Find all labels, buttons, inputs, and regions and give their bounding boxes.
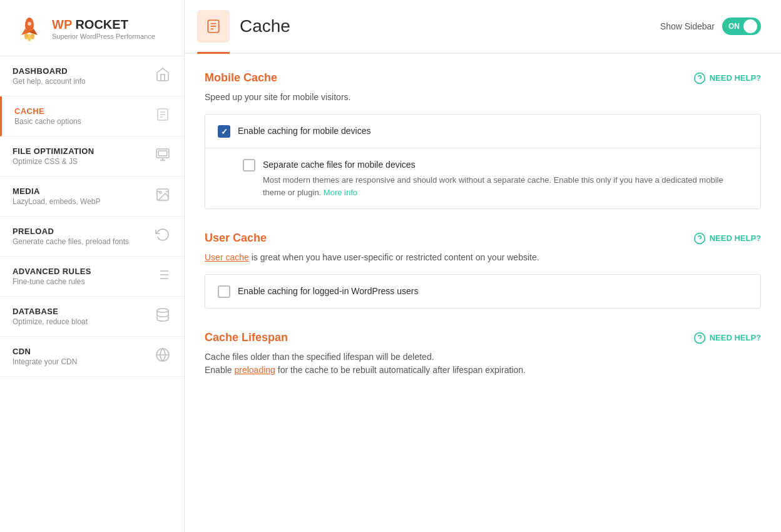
wp-rocket-logo-icon <box>13 11 47 46</box>
page-header-right: Show Sidebar ON <box>660 18 761 45</box>
user-cache-header: User Cache NEED HELP? <box>205 232 761 245</box>
svg-point-4 <box>28 22 31 26</box>
cache-lifespan-description: Cache files older than the specified lif… <box>205 350 761 377</box>
nav-item-file-optimization[interactable]: FILE OPTIMIZATION Optimize CSS & JS <box>0 136 184 176</box>
mobile-cache-title: Mobile Cache <box>205 71 277 84</box>
svg-rect-13 <box>158 151 167 156</box>
main-content: Cache Show Sidebar ON Mobile Cache <box>185 0 781 532</box>
logo-container: WP ROCKET Superior WordPress Performance <box>13 11 171 46</box>
mobile-cache-header: Mobile Cache NEED HELP? <box>205 71 761 84</box>
file-optimization-icon <box>154 147 171 165</box>
nav-item-advanced-rules[interactable]: ADVANCED RULES Fine-tune cache rules <box>0 257 184 297</box>
advanced-rules-icon <box>154 267 171 285</box>
logo-title: WP ROCKET <box>52 18 155 31</box>
mobile-cache-help-label: NEED HELP? <box>710 73 761 83</box>
show-sidebar-label: Show Sidebar <box>660 21 715 31</box>
enable-mobile-cache-checkbox[interactable] <box>218 125 230 138</box>
sidebar: WP ROCKET Superior WordPress Performance… <box>0 0 185 532</box>
cache-lifespan-section: Cache Lifespan NEED HELP? Cache files ol… <box>205 331 761 377</box>
logo-rocket: ROCKET <box>75 18 128 31</box>
active-tab-indicator <box>197 52 230 54</box>
logo-subtitle: Superior WordPress Performance <box>52 33 155 40</box>
user-cache-description: User cache is great when you have user-s… <box>205 251 761 264</box>
cache-lifespan-desc-line2: Enable preloading for the cache to be re… <box>205 364 761 377</box>
separate-mobile-cache-desc: Most modern themes are responsive and sh… <box>263 174 748 198</box>
more-info-link[interactable]: More info <box>324 188 357 197</box>
user-cache-title: User Cache <box>205 232 267 245</box>
user-cache-need-help[interactable]: NEED HELP? <box>693 232 761 245</box>
nav-item-media[interactable]: MEDIA LazyLoad, embeds, WebP <box>0 176 184 217</box>
database-icon <box>154 307 171 325</box>
preload-icon <box>154 227 171 245</box>
help-circle-icon <box>693 72 706 84</box>
help-circle-icon-3 <box>693 332 706 344</box>
mobile-cache-section: Mobile Cache NEED HELP? Speed up your si… <box>205 71 761 209</box>
toggle-label: ON <box>728 22 740 31</box>
nav-item-dashboard[interactable]: DASHBOARD Get help, account info <box>0 56 184 96</box>
nav-item-preload[interactable]: PRELOAD Generate cache files, preload fo… <box>0 217 184 257</box>
enable-logged-in-cache-label: Enable caching for logged-in WordPress u… <box>238 285 748 298</box>
mobile-cache-description: Speed up your site for mobile visitors. <box>205 91 761 104</box>
user-cache-section: User Cache NEED HELP? User cache is grea… <box>205 232 761 309</box>
separate-mobile-cache-row: Separate cache files for mobile devices … <box>205 148 760 208</box>
cache-lifespan-need-help[interactable]: NEED HELP? <box>693 332 761 344</box>
enable-logged-in-cache-checkbox[interactable] <box>218 285 230 298</box>
content-area: Mobile Cache NEED HELP? Speed up your si… <box>185 54 781 417</box>
cache-lifespan-title: Cache Lifespan <box>205 331 288 344</box>
nav-item-database[interactable]: DATABASE Optimize, reduce bloat <box>0 297 184 337</box>
show-sidebar-toggle[interactable]: ON <box>722 18 761 35</box>
cache-lifespan-help-label: NEED HELP? <box>710 333 761 342</box>
svg-point-24 <box>157 309 168 312</box>
user-cache-options-card: Enable caching for logged-in WordPress u… <box>205 274 761 309</box>
mobile-cache-need-help[interactable]: NEED HELP? <box>693 72 761 84</box>
svg-point-17 <box>160 192 161 193</box>
page-header: Cache Show Sidebar ON <box>185 0 781 54</box>
page-icon <box>197 10 230 43</box>
enable-mobile-cache-row: Enable caching for mobile devices <box>205 115 760 148</box>
preloading-link[interactable]: preloading <box>234 365 275 375</box>
svg-point-7 <box>28 34 31 41</box>
help-circle-icon-2 <box>693 232 706 245</box>
separate-mobile-cache-checkbox[interactable] <box>243 159 255 171</box>
logo-text: WP ROCKET Superior WordPress Performance <box>52 18 155 40</box>
nav-item-cache[interactable]: CACHE Basic cache options <box>0 96 184 136</box>
logo-area: WP ROCKET Superior WordPress Performance <box>0 0 184 56</box>
page-title: Cache <box>240 16 290 36</box>
user-cache-help-label: NEED HELP? <box>710 233 761 243</box>
enable-logged-in-cache-row: Enable caching for logged-in WordPress u… <box>205 275 760 308</box>
separate-mobile-cache-label: Separate cache files for mobile devices <box>263 158 748 171</box>
page-header-left: Cache <box>197 10 290 53</box>
cdn-icon <box>154 347 171 366</box>
media-icon <box>154 187 171 205</box>
dashboard-icon <box>154 67 171 85</box>
cache-lifespan-desc-line1: Cache files older than the specified lif… <box>205 350 761 364</box>
cache-lifespan-header: Cache Lifespan NEED HELP? <box>205 331 761 344</box>
enable-mobile-cache-label: Enable caching for mobile devices <box>238 125 748 138</box>
mobile-cache-options-card: Enable caching for mobile devices Separa… <box>205 114 761 209</box>
nav-item-cdn[interactable]: CDN Integrate your CDN <box>0 337 184 377</box>
toggle-knob <box>743 19 757 33</box>
logo-wp: WP <box>52 18 72 31</box>
user-cache-link[interactable]: User cache <box>205 252 249 262</box>
cache-icon <box>154 107 171 125</box>
